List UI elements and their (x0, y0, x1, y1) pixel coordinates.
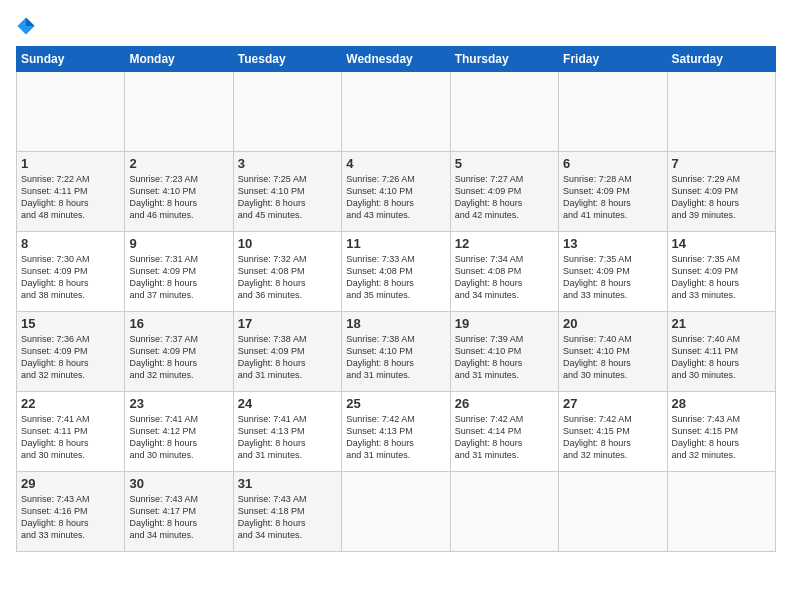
day-number: 14 (672, 236, 771, 251)
calendar-cell: 29Sunrise: 7:43 AM Sunset: 4:16 PM Dayli… (17, 472, 125, 552)
col-header-wednesday: Wednesday (342, 47, 450, 72)
page: SundayMondayTuesdayWednesdayThursdayFrid… (0, 0, 792, 612)
cell-info: Sunrise: 7:37 AM Sunset: 4:09 PM Dayligh… (129, 333, 228, 382)
day-number: 21 (672, 316, 771, 331)
cell-info: Sunrise: 7:29 AM Sunset: 4:09 PM Dayligh… (672, 173, 771, 222)
day-number: 10 (238, 236, 337, 251)
day-number: 28 (672, 396, 771, 411)
day-number: 2 (129, 156, 228, 171)
day-number: 18 (346, 316, 445, 331)
cell-info: Sunrise: 7:28 AM Sunset: 4:09 PM Dayligh… (563, 173, 662, 222)
calendar-cell: 28Sunrise: 7:43 AM Sunset: 4:15 PM Dayli… (667, 392, 775, 472)
calendar-cell (450, 72, 558, 152)
logo (16, 16, 40, 36)
col-header-saturday: Saturday (667, 47, 775, 72)
calendar-header-row: SundayMondayTuesdayWednesdayThursdayFrid… (17, 47, 776, 72)
cell-info: Sunrise: 7:41 AM Sunset: 4:13 PM Dayligh… (238, 413, 337, 462)
cell-info: Sunrise: 7:38 AM Sunset: 4:09 PM Dayligh… (238, 333, 337, 382)
day-number: 11 (346, 236, 445, 251)
week-row: 1Sunrise: 7:22 AM Sunset: 4:11 PM Daylig… (17, 152, 776, 232)
calendar-cell: 4Sunrise: 7:26 AM Sunset: 4:10 PM Daylig… (342, 152, 450, 232)
calendar-cell (667, 72, 775, 152)
calendar-cell (17, 72, 125, 152)
calendar-cell (233, 72, 341, 152)
day-number: 19 (455, 316, 554, 331)
day-number: 5 (455, 156, 554, 171)
svg-marker-1 (26, 17, 35, 26)
day-number: 4 (346, 156, 445, 171)
day-number: 29 (21, 476, 120, 491)
cell-info: Sunrise: 7:32 AM Sunset: 4:08 PM Dayligh… (238, 253, 337, 302)
day-number: 31 (238, 476, 337, 491)
cell-info: Sunrise: 7:33 AM Sunset: 4:08 PM Dayligh… (346, 253, 445, 302)
day-number: 26 (455, 396, 554, 411)
calendar-cell: 24Sunrise: 7:41 AM Sunset: 4:13 PM Dayli… (233, 392, 341, 472)
cell-info: Sunrise: 7:41 AM Sunset: 4:11 PM Dayligh… (21, 413, 120, 462)
cell-info: Sunrise: 7:40 AM Sunset: 4:10 PM Dayligh… (563, 333, 662, 382)
day-number: 3 (238, 156, 337, 171)
calendar-cell: 9Sunrise: 7:31 AM Sunset: 4:09 PM Daylig… (125, 232, 233, 312)
day-number: 12 (455, 236, 554, 251)
day-number: 6 (563, 156, 662, 171)
cell-info: Sunrise: 7:36 AM Sunset: 4:09 PM Dayligh… (21, 333, 120, 382)
day-number: 25 (346, 396, 445, 411)
calendar-cell: 5Sunrise: 7:27 AM Sunset: 4:09 PM Daylig… (450, 152, 558, 232)
day-number: 7 (672, 156, 771, 171)
calendar-cell (342, 472, 450, 552)
calendar-cell: 7Sunrise: 7:29 AM Sunset: 4:09 PM Daylig… (667, 152, 775, 232)
week-row (17, 72, 776, 152)
cell-info: Sunrise: 7:39 AM Sunset: 4:10 PM Dayligh… (455, 333, 554, 382)
cell-info: Sunrise: 7:43 AM Sunset: 4:17 PM Dayligh… (129, 493, 228, 542)
week-row: 29Sunrise: 7:43 AM Sunset: 4:16 PM Dayli… (17, 472, 776, 552)
week-row: 15Sunrise: 7:36 AM Sunset: 4:09 PM Dayli… (17, 312, 776, 392)
col-header-thursday: Thursday (450, 47, 558, 72)
cell-info: Sunrise: 7:34 AM Sunset: 4:08 PM Dayligh… (455, 253, 554, 302)
calendar-cell (342, 72, 450, 152)
day-number: 15 (21, 316, 120, 331)
day-number: 9 (129, 236, 228, 251)
calendar-cell: 12Sunrise: 7:34 AM Sunset: 4:08 PM Dayli… (450, 232, 558, 312)
cell-info: Sunrise: 7:25 AM Sunset: 4:10 PM Dayligh… (238, 173, 337, 222)
day-number: 8 (21, 236, 120, 251)
calendar-cell (559, 72, 667, 152)
calendar-cell: 27Sunrise: 7:42 AM Sunset: 4:15 PM Dayli… (559, 392, 667, 472)
cell-info: Sunrise: 7:42 AM Sunset: 4:14 PM Dayligh… (455, 413, 554, 462)
cell-info: Sunrise: 7:26 AM Sunset: 4:10 PM Dayligh… (346, 173, 445, 222)
calendar-cell: 22Sunrise: 7:41 AM Sunset: 4:11 PM Dayli… (17, 392, 125, 472)
calendar-cell: 2Sunrise: 7:23 AM Sunset: 4:10 PM Daylig… (125, 152, 233, 232)
calendar-cell: 17Sunrise: 7:38 AM Sunset: 4:09 PM Dayli… (233, 312, 341, 392)
calendar-cell: 31Sunrise: 7:43 AM Sunset: 4:18 PM Dayli… (233, 472, 341, 552)
calendar-cell: 6Sunrise: 7:28 AM Sunset: 4:09 PM Daylig… (559, 152, 667, 232)
col-header-sunday: Sunday (17, 47, 125, 72)
day-number: 1 (21, 156, 120, 171)
calendar-cell: 30Sunrise: 7:43 AM Sunset: 4:17 PM Dayli… (125, 472, 233, 552)
calendar-cell: 18Sunrise: 7:38 AM Sunset: 4:10 PM Dayli… (342, 312, 450, 392)
cell-info: Sunrise: 7:35 AM Sunset: 4:09 PM Dayligh… (672, 253, 771, 302)
day-number: 13 (563, 236, 662, 251)
calendar-cell: 26Sunrise: 7:42 AM Sunset: 4:14 PM Dayli… (450, 392, 558, 472)
calendar-cell (125, 72, 233, 152)
calendar-cell: 15Sunrise: 7:36 AM Sunset: 4:09 PM Dayli… (17, 312, 125, 392)
cell-info: Sunrise: 7:27 AM Sunset: 4:09 PM Dayligh… (455, 173, 554, 222)
day-number: 17 (238, 316, 337, 331)
day-number: 16 (129, 316, 228, 331)
calendar-cell: 3Sunrise: 7:25 AM Sunset: 4:10 PM Daylig… (233, 152, 341, 232)
calendar-cell: 13Sunrise: 7:35 AM Sunset: 4:09 PM Dayli… (559, 232, 667, 312)
calendar-cell: 8Sunrise: 7:30 AM Sunset: 4:09 PM Daylig… (17, 232, 125, 312)
calendar-cell: 1Sunrise: 7:22 AM Sunset: 4:11 PM Daylig… (17, 152, 125, 232)
week-row: 22Sunrise: 7:41 AM Sunset: 4:11 PM Dayli… (17, 392, 776, 472)
cell-info: Sunrise: 7:22 AM Sunset: 4:11 PM Dayligh… (21, 173, 120, 222)
logo-icon (16, 16, 36, 36)
day-number: 30 (129, 476, 228, 491)
calendar-cell (450, 472, 558, 552)
week-row: 8Sunrise: 7:30 AM Sunset: 4:09 PM Daylig… (17, 232, 776, 312)
cell-info: Sunrise: 7:40 AM Sunset: 4:11 PM Dayligh… (672, 333, 771, 382)
calendar-cell (559, 472, 667, 552)
cell-info: Sunrise: 7:31 AM Sunset: 4:09 PM Dayligh… (129, 253, 228, 302)
cell-info: Sunrise: 7:43 AM Sunset: 4:16 PM Dayligh… (21, 493, 120, 542)
day-number: 20 (563, 316, 662, 331)
col-header-monday: Monday (125, 47, 233, 72)
calendar-cell: 10Sunrise: 7:32 AM Sunset: 4:08 PM Dayli… (233, 232, 341, 312)
calendar-cell (667, 472, 775, 552)
cell-info: Sunrise: 7:42 AM Sunset: 4:13 PM Dayligh… (346, 413, 445, 462)
